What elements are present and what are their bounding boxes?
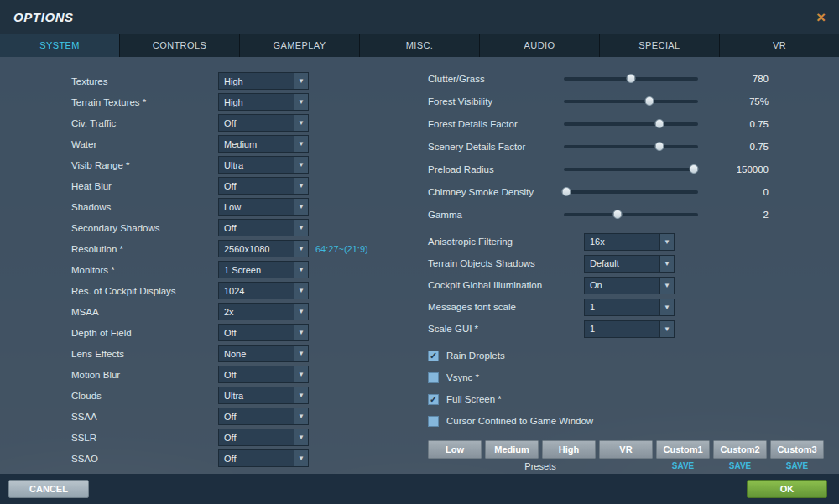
forest-visibility-slider[interactable] [564, 96, 698, 107]
cockpit-global-illumination-select[interactable]: On ▼ [584, 277, 675, 294]
chevron-down-icon[interactable]: ▼ [294, 115, 308, 131]
row-cursor-confined[interactable]: ✓ Cursor Confined to Game Window [428, 410, 839, 432]
secondary-shadows-select[interactable]: Off ▼ [218, 219, 309, 236]
sslr-select[interactable]: Off ▼ [218, 429, 309, 446]
chevron-down-icon[interactable]: ▼ [294, 429, 308, 445]
tab-audio[interactable]: AUDIO [480, 34, 600, 57]
vsync-checkbox[interactable]: ✓ [428, 372, 439, 383]
chevron-down-icon[interactable]: ▼ [659, 278, 674, 294]
row-anisotropic-filtering: Anisotropic Filtering 16x ▼ [428, 231, 839, 252]
slider-thumb[interactable] [613, 210, 623, 219]
tab-vr[interactable]: VR [720, 34, 839, 57]
select-value: 1 Screen [219, 265, 294, 275]
heat-blur-select[interactable]: Off ▼ [218, 177, 309, 195]
row-rain-droplets[interactable]: ✓ Rain Droplets [428, 345, 839, 366]
chevron-down-icon[interactable]: ▼ [294, 199, 308, 215]
ok-button[interactable]: OK [747, 480, 827, 498]
chevron-down-icon[interactable]: ▼ [294, 325, 308, 340]
preset-custom2-button[interactable]: Custom2 [713, 440, 767, 459]
slider-thumb[interactable] [690, 164, 699, 174]
row-forest-visibility: Forest Visibility 75% [428, 90, 839, 112]
preset-vr-button[interactable]: VR [599, 440, 653, 459]
water-select[interactable]: Medium ▼ [218, 135, 309, 153]
slider-track[interactable] [564, 168, 698, 171]
visib-range-select[interactable]: Ultra ▼ [218, 156, 309, 174]
chevron-down-icon[interactable]: ▼ [294, 450, 308, 466]
chevron-down-icon[interactable]: ▼ [659, 256, 674, 272]
preset-medium-button[interactable]: Medium [485, 440, 539, 459]
chevron-down-icon[interactable]: ▼ [659, 321, 674, 337]
scale-gui-select[interactable]: 1 ▼ [584, 320, 675, 338]
chevron-down-icon[interactable]: ▼ [294, 136, 308, 152]
chevron-down-icon[interactable]: ▼ [294, 304, 308, 320]
chevron-down-icon[interactable]: ▼ [294, 157, 308, 173]
shadows-select[interactable]: Low ▼ [218, 198, 309, 216]
cancel-button[interactable]: CANCEL [8, 480, 89, 498]
save-custom2-link[interactable]: SAVE [713, 461, 767, 471]
setting-label: Monitors * [71, 265, 218, 275]
chevron-down-icon[interactable]: ▼ [294, 73, 308, 89]
chevron-down-icon[interactable]: ▼ [294, 387, 308, 403]
chevron-down-icon[interactable]: ▼ [294, 178, 308, 194]
close-icon[interactable]: × [816, 9, 826, 25]
chevron-down-icon[interactable]: ▼ [294, 241, 308, 257]
slider-thumb[interactable] [654, 119, 664, 128]
chevron-down-icon[interactable]: ▼ [294, 94, 308, 110]
forest-details-factor-slider[interactable] [564, 118, 698, 130]
chevron-down-icon[interactable]: ▼ [294, 346, 308, 361]
preset-low-button[interactable]: Low [428, 440, 482, 459]
save-custom1-link[interactable]: SAVE [656, 461, 710, 471]
slider-thumb[interactable] [562, 187, 571, 196]
save-custom3-link[interactable]: SAVE [770, 461, 824, 471]
msaa-select[interactable]: 2x ▼ [218, 303, 309, 320]
chevron-down-icon[interactable]: ▼ [294, 408, 308, 424]
gamma-slider[interactable] [564, 209, 698, 221]
slider-track[interactable] [564, 213, 698, 216]
slider-thumb[interactable] [645, 96, 654, 106]
clouds-select[interactable]: Ultra ▼ [218, 387, 309, 404]
preset-custom3-button[interactable]: Custom3 [770, 440, 824, 459]
clutter-grass-slider[interactable] [564, 73, 698, 85]
monitors-select[interactable]: 1 Screen ▼ [218, 261, 309, 278]
cursor-confined-checkbox[interactable]: ✓ [428, 416, 439, 427]
lens-effects-select[interactable]: None ▼ [218, 345, 309, 362]
chevron-down-icon[interactable]: ▼ [659, 234, 674, 250]
cockpit-displays-res-select[interactable]: 1024 ▼ [218, 282, 309, 299]
chevron-down-icon[interactable]: ▼ [659, 299, 674, 315]
tab-misc[interactable]: MISC. [360, 34, 480, 57]
slider-track[interactable] [564, 122, 698, 126]
preset-custom1-button[interactable]: Custom1 [656, 440, 710, 459]
tab-gameplay[interactable]: GAMEPLAY [240, 34, 360, 57]
textures-select[interactable]: High ▼ [218, 72, 309, 90]
chevron-down-icon[interactable]: ▼ [294, 262, 308, 278]
chevron-down-icon[interactable]: ▼ [294, 220, 308, 236]
row-vsync[interactable]: ✓ Vsync * [428, 366, 839, 388]
row-full-screen[interactable]: ✓ Full Screen * [428, 388, 839, 410]
chimney-smoke-density-slider[interactable] [564, 186, 698, 198]
scenery-details-factor-slider[interactable] [564, 141, 698, 153]
preload-radius-slider[interactable] [564, 164, 698, 175]
ssao-select[interactable]: Off ▼ [218, 449, 309, 467]
slider-track[interactable] [564, 100, 698, 103]
depth-of-field-select[interactable]: Off ▼ [218, 324, 309, 341]
slider-track[interactable] [564, 190, 698, 194]
terrain-objects-shadows-select[interactable]: Default ▼ [584, 255, 675, 273]
motion-blur-select[interactable]: Off ▼ [218, 366, 309, 383]
slider-thumb[interactable] [627, 74, 636, 83]
ssaa-select[interactable]: Off ▼ [218, 408, 309, 425]
tab-special[interactable]: SPECIAL [600, 34, 720, 57]
tab-system[interactable]: SYSTEM [0, 34, 120, 57]
rain-droplets-checkbox[interactable]: ✓ [428, 351, 439, 361]
tab-controls[interactable]: CONTROLS [120, 34, 240, 57]
anisotropic-filtering-select[interactable]: 16x ▼ [584, 233, 675, 251]
preset-high-button[interactable]: High [542, 440, 596, 459]
terrain-textures-select[interactable]: High ▼ [218, 93, 309, 111]
chevron-down-icon[interactable]: ▼ [294, 366, 308, 382]
chevron-down-icon[interactable]: ▼ [294, 283, 308, 299]
messages-font-scale-select[interactable]: 1 ▼ [584, 299, 675, 316]
full-screen-checkbox[interactable]: ✓ [428, 394, 439, 405]
slider-thumb[interactable] [654, 142, 664, 151]
civ-traffic-select[interactable]: Off ▼ [218, 114, 309, 132]
resolution-select[interactable]: 2560x1080 ▼ [218, 240, 309, 257]
slider-track[interactable] [564, 145, 698, 148]
